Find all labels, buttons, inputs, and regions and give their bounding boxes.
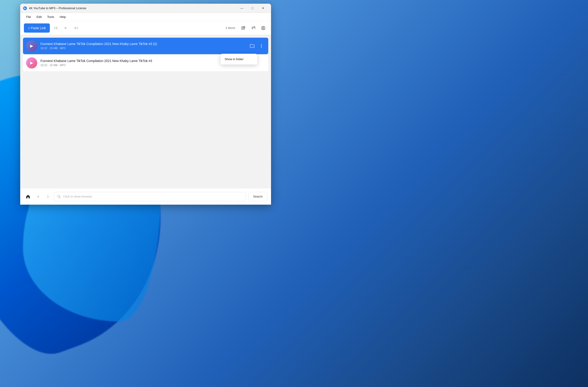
item-thumbnail-2: ▶ — [26, 57, 37, 68]
item-title-1: Funniest Khabane Lame TikTok Compilation… — [41, 42, 246, 46]
svg-point-16 — [263, 27, 264, 28]
menu-file[interactable]: File — [24, 14, 33, 20]
url-placeholder: Click to show browser — [63, 195, 92, 198]
menu-tools[interactable]: Tools — [45, 14, 56, 20]
window-controls: — □ ✕ — [237, 5, 268, 12]
toolbar: + Paste Link 2 items — [20, 21, 271, 35]
forward-button[interactable] — [44, 193, 51, 200]
filter-list-icon — [241, 26, 245, 30]
close-button[interactable]: ✕ — [258, 5, 268, 12]
svg-rect-6 — [241, 27, 243, 27]
item-actions-1 — [249, 42, 265, 50]
next-button[interactable] — [72, 24, 80, 32]
back-button[interactable] — [34, 193, 42, 200]
menu-edit[interactable]: Edit — [34, 14, 44, 20]
title-bar: 4K YouTube to MP3 – Professional License… — [20, 4, 271, 13]
sort-icon — [251, 26, 255, 30]
play-icon — [64, 26, 68, 30]
folder-icon — [250, 43, 255, 48]
items-count: 2 items — [226, 26, 235, 30]
svg-point-20 — [58, 195, 60, 198]
skip-forward-icon — [74, 26, 78, 30]
window-title: 4K YouTube to MP3 – Professional License — [29, 6, 237, 10]
play-button[interactable] — [62, 24, 70, 32]
download-item-1[interactable]: ▶ Funniest Khabane Lame TikTok Compilati… — [23, 38, 268, 54]
svg-marker-5 — [75, 27, 77, 29]
sort-button[interactable] — [249, 24, 257, 32]
svg-rect-9 — [241, 28, 245, 28]
svg-marker-2 — [55, 27, 57, 29]
menu-help[interactable]: Help — [57, 14, 68, 20]
item-thumbnail-1: ▶ — [26, 41, 37, 51]
filter-button[interactable] — [239, 24, 247, 32]
thumbnail-play-icon-2: ▶ — [30, 61, 33, 65]
more-options-button-1[interactable] — [258, 42, 265, 50]
show-in-folder-button[interactable] — [249, 42, 256, 50]
home-icon — [25, 194, 31, 199]
context-menu-show-in-folder[interactable]: Show in folder — [220, 55, 257, 63]
menu-bar: File Edit Tools Help — [20, 13, 271, 21]
svg-rect-1 — [54, 27, 55, 29]
thumbnail-play-icon: ▶ — [30, 43, 33, 48]
maximize-button[interactable]: □ — [247, 5, 258, 12]
context-menu: Show in folder — [220, 54, 257, 64]
forward-arrow-icon — [46, 195, 50, 198]
item-meta-1: 16:22 · 15 MB · MP3 — [41, 47, 246, 50]
back-arrow-icon — [36, 195, 40, 198]
content-area: ▶ Funniest Khabane Lame TikTok Compilati… — [20, 35, 271, 188]
browser-bar: Click to show browser Search — [20, 188, 271, 205]
url-bar[interactable]: Click to show browser — [54, 192, 246, 201]
account-button[interactable] — [259, 24, 267, 32]
svg-point-18 — [261, 45, 262, 46]
app-icon — [23, 6, 27, 10]
svg-rect-4 — [77, 27, 78, 29]
home-button[interactable] — [24, 192, 32, 201]
skip-back-icon — [54, 26, 58, 30]
paste-link-button[interactable]: + Paste Link — [24, 23, 50, 33]
app-window: 4K YouTube to MP3 – Professional License… — [20, 4, 271, 205]
svg-marker-3 — [65, 27, 67, 29]
svg-line-21 — [60, 197, 61, 198]
search-icon — [57, 195, 61, 198]
prev-button[interactable] — [52, 24, 60, 32]
search-button[interactable]: Search — [248, 192, 267, 201]
account-icon — [261, 26, 266, 30]
svg-point-19 — [261, 47, 262, 48]
minimize-button[interactable]: — — [237, 5, 247, 12]
svg-point-17 — [261, 44, 262, 45]
more-vertical-icon — [259, 44, 264, 48]
item-info-1: Funniest Khabane Lame TikTok Compilation… — [41, 42, 246, 50]
svg-rect-10 — [241, 29, 245, 29]
